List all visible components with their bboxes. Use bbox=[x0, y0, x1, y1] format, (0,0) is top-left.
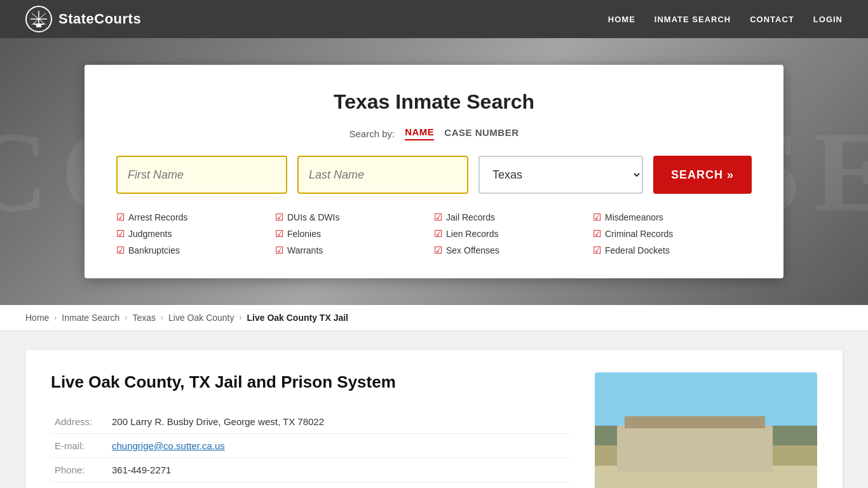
content-title: Live Oak County, TX Jail and Prison Syst… bbox=[51, 372, 569, 392]
tab-name[interactable]: NAME bbox=[405, 126, 434, 140]
check-label-felonies: Felonies bbox=[287, 229, 321, 239]
last-name-input[interactable] bbox=[297, 156, 468, 194]
check-item-duis: ☑ DUIs & DWIs bbox=[275, 212, 434, 223]
check-icon-4: ☑ bbox=[275, 212, 283, 223]
check-label-judgments: Judgments bbox=[128, 229, 172, 239]
check-col-2: ☑ DUIs & DWIs ☑ Felonies ☑ Warrants bbox=[275, 212, 434, 256]
check-item-warrants: ☑ Warrants bbox=[275, 245, 434, 256]
check-label-duis: DUIs & DWIs bbox=[287, 212, 339, 222]
check-icon-10: ☑ bbox=[593, 212, 601, 223]
breadcrumb-home[interactable]: Home bbox=[25, 313, 49, 323]
check-icon-8: ☑ bbox=[434, 228, 442, 240]
state-select[interactable]: Texas bbox=[478, 156, 643, 194]
main-nav: HOME INMATE SEARCH CONTACT LOGIN bbox=[608, 15, 843, 24]
check-icon-5: ☑ bbox=[275, 228, 283, 240]
search-card: Texas Inmate Search Search by: NAME CASE… bbox=[85, 65, 783, 278]
search-inputs-row: Texas SEARCH » bbox=[116, 156, 752, 194]
nav-inmate-search[interactable]: INMATE SEARCH bbox=[654, 15, 731, 24]
check-icon-12: ☑ bbox=[593, 245, 601, 256]
info-row-fax: Fax: 361-449-3035 bbox=[51, 482, 569, 489]
breadcrumb-sep-4: › bbox=[240, 313, 242, 322]
address-label: Address: bbox=[51, 410, 108, 434]
breadcrumb-current: Live Oak County TX Jail bbox=[247, 313, 349, 323]
check-item-felonies: ☑ Felonies bbox=[275, 228, 434, 240]
breadcrumb-sep-1: › bbox=[54, 313, 57, 322]
check-label-jail: Jail Records bbox=[446, 212, 495, 222]
content-area: Live Oak County, TX Jail and Prison Syst… bbox=[0, 331, 868, 488]
check-col-1: ☑ Arrest Records ☑ Judgments ☑ Bankruptc… bbox=[116, 212, 275, 256]
info-table: Address: 200 Larry R. Busby Drive, Georg… bbox=[51, 410, 569, 488]
nav-home[interactable]: HOME bbox=[608, 15, 635, 24]
check-icon-3: ☑ bbox=[116, 245, 125, 256]
logo-area: StateCourts bbox=[25, 6, 141, 32]
check-item-arrest: ☑ Arrest Records bbox=[116, 212, 275, 223]
check-item-bankruptcies: ☑ Bankruptcies bbox=[116, 245, 275, 256]
check-item-jail: ☑ Jail Records bbox=[434, 212, 593, 223]
check-label-warrants: Warrants bbox=[287, 245, 323, 255]
fax-label: Fax: bbox=[51, 482, 108, 489]
breadcrumb-live-oak-county[interactable]: Live Oak County bbox=[168, 313, 234, 323]
check-item-sex-offenses: ☑ Sex Offenses bbox=[434, 245, 593, 256]
search-button[interactable]: SEARCH » bbox=[653, 156, 752, 194]
phone-value: 361-449-2271 bbox=[108, 458, 569, 482]
search-card-title: Texas Inmate Search bbox=[116, 90, 752, 114]
address-value: 200 Larry R. Busby Drive, George west, T… bbox=[108, 410, 569, 434]
breadcrumb-sep-2: › bbox=[125, 313, 127, 322]
check-item-misdemeanors: ☑ Misdemeanors bbox=[593, 212, 752, 223]
breadcrumb-inmate-search[interactable]: Inmate Search bbox=[62, 313, 119, 323]
email-link[interactable]: chungrige@co.sutter.ca.us bbox=[112, 440, 225, 451]
jail-building-shape bbox=[617, 426, 773, 473]
email-value: chungrige@co.sutter.ca.us bbox=[108, 434, 569, 458]
checklist: ☑ Arrest Records ☑ Judgments ☑ Bankruptc… bbox=[116, 212, 752, 256]
hero-section: COURTHOUSE Texas Inmate Search Search by… bbox=[0, 38, 868, 305]
phone-label: Phone: bbox=[51, 458, 108, 482]
search-by-row: Search by: NAME CASE NUMBER bbox=[116, 126, 752, 140]
check-col-3: ☑ Jail Records ☑ Lien Records ☑ Sex Offe… bbox=[434, 212, 593, 256]
content-card: Live Oak County, TX Jail and Prison Syst… bbox=[25, 350, 843, 488]
check-item-judgments: ☑ Judgments bbox=[116, 228, 275, 240]
email-label: E-mail: bbox=[51, 434, 108, 458]
check-icon-11: ☑ bbox=[593, 228, 601, 240]
info-row-email: E-mail: chungrige@co.sutter.ca.us bbox=[51, 434, 569, 458]
svg-rect-5 bbox=[36, 25, 41, 27]
jail-image bbox=[595, 372, 817, 488]
logo-icon bbox=[25, 6, 52, 32]
check-icon-6: ☑ bbox=[275, 245, 283, 256]
check-label-criminal: Criminal Records bbox=[605, 229, 673, 239]
check-label-misdemeanors: Misdemeanors bbox=[605, 212, 663, 222]
breadcrumb-texas[interactable]: Texas bbox=[132, 313, 156, 323]
check-col-4: ☑ Misdemeanors ☑ Criminal Records ☑ Fede… bbox=[593, 212, 752, 256]
check-item-federal: ☑ Federal Dockets bbox=[593, 245, 752, 256]
check-icon-7: ☑ bbox=[434, 212, 442, 223]
check-label-lien: Lien Records bbox=[446, 229, 499, 239]
content-left: Live Oak County, TX Jail and Prison Syst… bbox=[51, 372, 569, 488]
breadcrumb: Home › Inmate Search › Texas › Live Oak … bbox=[0, 305, 868, 331]
check-label-arrest: Arrest Records bbox=[128, 212, 187, 222]
search-by-label: Search by: bbox=[349, 128, 395, 139]
info-row-phone: Phone: 361-449-2271 bbox=[51, 458, 569, 482]
fax-value: 361-449-3035 bbox=[108, 482, 569, 489]
check-icon-1: ☑ bbox=[116, 212, 125, 223]
svg-rect-6 bbox=[34, 24, 44, 25]
nav-login[interactable]: LOGIN bbox=[813, 15, 843, 24]
check-item-lien: ☑ Lien Records bbox=[434, 228, 593, 240]
tab-case-number[interactable]: CASE NUMBER bbox=[444, 127, 519, 140]
first-name-input[interactable] bbox=[116, 156, 287, 194]
breadcrumb-sep-3: › bbox=[161, 313, 163, 322]
check-item-criminal: ☑ Criminal Records bbox=[593, 228, 752, 240]
check-label-sex-offenses: Sex Offenses bbox=[446, 245, 499, 255]
nav-contact[interactable]: CONTACT bbox=[750, 15, 794, 24]
site-header: StateCourts HOME INMATE SEARCH CONTACT L… bbox=[0, 0, 868, 38]
check-icon-2: ☑ bbox=[116, 228, 125, 240]
check-label-federal: Federal Dockets bbox=[605, 245, 670, 255]
check-icon-9: ☑ bbox=[434, 245, 442, 256]
check-label-bankruptcies: Bankruptcies bbox=[128, 245, 180, 255]
site-name: StateCourts bbox=[58, 11, 141, 27]
info-row-address: Address: 200 Larry R. Busby Drive, Georg… bbox=[51, 410, 569, 434]
